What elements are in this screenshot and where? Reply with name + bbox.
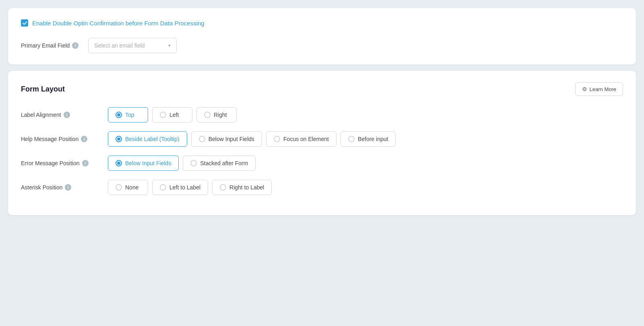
learn-more-label: Learn More <box>590 86 616 92</box>
radio-left-circle <box>160 112 166 118</box>
asterisk-left-to-label[interactable]: Left to Label <box>152 180 208 195</box>
radio-beside-label-circle <box>116 136 122 142</box>
asterisk-right-to-label[interactable]: Right to Label <box>212 180 272 195</box>
label-alignment-label: Label Alignment i <box>21 112 101 118</box>
form-layout-header: Form Layout ⚙ Learn More <box>21 82 623 96</box>
radio-asterisk-left-circle <box>160 184 166 191</box>
radio-stacked-circle <box>190 160 197 166</box>
help-below-input[interactable]: Below Input Fields <box>191 131 262 147</box>
label-alignment-top[interactable]: Top <box>108 107 148 123</box>
radio-focus-element-circle <box>274 136 280 142</box>
label-alignment-left[interactable]: Left <box>152 107 192 123</box>
help-message-info-icon[interactable]: i <box>81 136 87 142</box>
error-message-position-options: Below Input Fields Stacked after Form <box>108 156 256 171</box>
label-alignment-right[interactable]: Right <box>196 107 237 123</box>
asterisk-position-row: Asterisk Position i None Left to Label R… <box>21 180 623 195</box>
form-layout-card: Form Layout ⚙ Learn More Label Alignment… <box>8 71 636 215</box>
error-message-info-icon[interactable]: i <box>82 160 89 166</box>
label-alignment-info-icon[interactable]: i <box>64 112 70 118</box>
radio-asterisk-right-circle <box>220 184 226 191</box>
help-message-position-label: Help Message Position i <box>21 136 101 142</box>
radio-before-input-circle <box>348 136 355 142</box>
radio-error-below-circle <box>116 160 122 166</box>
label-alignment-row: Label Alignment i Top Left Right <box>21 107 623 123</box>
error-stacked-after[interactable]: Stacked after Form <box>183 156 256 171</box>
top-card: Enable Double Optin Confirmation before … <box>8 8 636 64</box>
label-alignment-options: Top Left Right <box>108 107 237 123</box>
double-optin-checkbox[interactable] <box>21 19 28 27</box>
help-before-input[interactable]: Before input <box>341 131 396 147</box>
radio-top-circle <box>116 112 122 118</box>
radio-asterisk-none-circle <box>116 184 122 191</box>
email-field-chevron-icon: ▾ <box>168 43 171 48</box>
double-optin-label: Enable Double Optin Confirmation before … <box>32 20 204 27</box>
asterisk-position-label: Asterisk Position i <box>21 184 101 191</box>
asterisk-info-icon[interactable]: i <box>65 184 71 191</box>
form-layout-title: Form Layout <box>21 85 65 93</box>
gear-icon: ⚙ <box>582 86 587 92</box>
radio-right-circle <box>204 112 211 118</box>
asterisk-position-options: None Left to Label Right to Label <box>108 180 272 195</box>
error-message-position-row: Error Message Position i Below Input Fie… <box>21 156 623 171</box>
error-below-input[interactable]: Below Input Fields <box>108 156 179 171</box>
email-field-select[interactable]: Select an email field ▾ <box>88 38 177 53</box>
help-message-position-row: Help Message Position i Beside Label (To… <box>21 131 623 147</box>
primary-email-field-row: Primary Email Field i Select an email fi… <box>21 38 623 53</box>
help-message-position-options: Beside Label (Tooltip) Below Input Field… <box>108 131 396 147</box>
error-message-position-label: Error Message Position i <box>21 160 101 166</box>
help-beside-label[interactable]: Beside Label (Tooltip) <box>108 131 187 147</box>
primary-email-label: Primary Email Field i <box>21 42 78 49</box>
asterisk-none[interactable]: None <box>108 180 148 195</box>
double-optin-row: Enable Double Optin Confirmation before … <box>21 19 623 27</box>
help-focus-element[interactable]: Focus on Element <box>266 131 336 147</box>
learn-more-button[interactable]: ⚙ Learn More <box>575 82 623 96</box>
email-field-placeholder: Select an email field <box>94 42 144 49</box>
radio-below-input-circle <box>199 136 205 142</box>
primary-email-info-icon[interactable]: i <box>72 42 78 49</box>
